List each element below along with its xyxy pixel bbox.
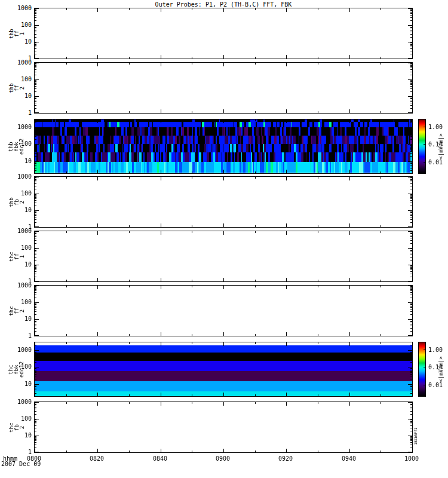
x-tick	[286, 286, 287, 289]
y-tick	[35, 183, 36, 184]
colorbar-unit-label: <|mV/m|>	[437, 342, 445, 397]
y-tick	[35, 99, 36, 99]
y-tick	[410, 404, 412, 405]
y-tick	[35, 235, 36, 235]
x-tick	[66, 394, 67, 396]
y-tick	[35, 357, 36, 357]
x-tick	[97, 449, 98, 452]
x-tick	[286, 55, 287, 59]
x-tick	[255, 8, 256, 10]
y-tick	[410, 82, 412, 82]
y-tick	[35, 72, 36, 72]
x-axis-tick-label: 0820	[87, 456, 106, 462]
y-tick	[410, 257, 412, 258]
y-tick	[35, 82, 36, 82]
y-tick	[410, 289, 412, 290]
x-tick	[223, 449, 224, 452]
x-tick	[161, 109, 161, 113]
y-tick	[35, 91, 36, 92]
y-tick	[35, 292, 36, 293]
y-tick	[410, 105, 412, 106]
y-tick	[410, 149, 412, 150]
y-tick	[408, 281, 412, 281]
y-tick	[35, 212, 36, 213]
y-tick	[35, 243, 36, 244]
y-tick	[35, 362, 36, 363]
y-tick	[35, 388, 36, 388]
y-tick	[410, 232, 412, 232]
y-tick	[35, 359, 36, 360]
x-tick	[255, 111, 256, 113]
x-tick	[349, 120, 350, 123]
y-tick	[410, 68, 412, 68]
y-tick	[410, 162, 412, 163]
x-tick	[412, 402, 413, 406]
x-tick	[318, 63, 318, 65]
y-tick	[410, 406, 412, 406]
x-tick	[161, 278, 161, 281]
y-tick	[410, 84, 412, 85]
y-tick	[35, 233, 36, 234]
x-axis-tick-label: 1000	[402, 456, 421, 462]
x-tick	[412, 109, 413, 113]
y-tick	[35, 149, 36, 150]
x-tick	[66, 342, 67, 344]
colorbar-unit-text: <|mV/m|>	[438, 133, 444, 159]
y-tick	[35, 421, 36, 422]
y-tick	[35, 44, 36, 44]
y-tick	[35, 198, 36, 199]
y-tick	[410, 359, 412, 360]
panel-label-thb-fb-2: thb fb 2	[5, 176, 29, 228]
panel-label-thb-ff-2: thb ff 2	[5, 62, 29, 114]
y-tick	[410, 211, 412, 212]
y-tick	[35, 249, 36, 249]
y-tick	[35, 47, 36, 47]
y-tick	[410, 305, 412, 305]
x-tick	[66, 334, 67, 336]
x-tick	[97, 63, 98, 66]
x-tick	[349, 55, 350, 59]
y-tick	[35, 321, 36, 322]
x-tick	[66, 177, 67, 179]
y-tick	[410, 203, 412, 203]
x-tick	[97, 8, 98, 12]
y-tick	[35, 250, 36, 251]
x-tick	[255, 451, 256, 452]
y-tick	[35, 266, 36, 267]
x-tick	[192, 286, 192, 287]
y-tick	[35, 54, 36, 54]
x-tick	[97, 286, 98, 289]
y-tick	[410, 12, 412, 13]
panel-thc-ff-1	[34, 231, 413, 282]
x-tick	[129, 342, 130, 344]
x-tick	[318, 280, 318, 281]
y-tick	[410, 75, 412, 75]
y-tick	[35, 203, 36, 203]
y-tick	[410, 311, 412, 312]
y-tick	[35, 133, 36, 133]
y-tick	[35, 112, 39, 113]
x-axis-tick-label: 0920	[276, 456, 295, 462]
x-tick	[286, 8, 287, 12]
y-tick	[410, 326, 412, 326]
y-tick	[410, 370, 412, 370]
panel-label-thc-fbk-edc12: thc fbk edc12	[5, 342, 29, 397]
x-tick	[286, 393, 287, 396]
y-tick	[410, 234, 412, 234]
fine-print-stamp: 1BZb5Ff1	[412, 417, 419, 455]
panel-thb-fb-2	[34, 176, 413, 228]
x-tick	[35, 342, 35, 346]
y-tick	[410, 63, 412, 64]
x-tick	[412, 120, 413, 123]
x-tick	[412, 286, 413, 289]
y-tick	[35, 32, 36, 32]
y-tick	[410, 303, 412, 304]
y-tick	[410, 222, 412, 223]
x-tick	[192, 120, 192, 121]
y-tick	[35, 226, 39, 227]
y-tick	[35, 314, 36, 315]
spectrogram-canvas	[35, 342, 412, 396]
y-tick	[410, 267, 412, 268]
y-tick	[35, 29, 36, 29]
x-tick	[381, 342, 381, 344]
